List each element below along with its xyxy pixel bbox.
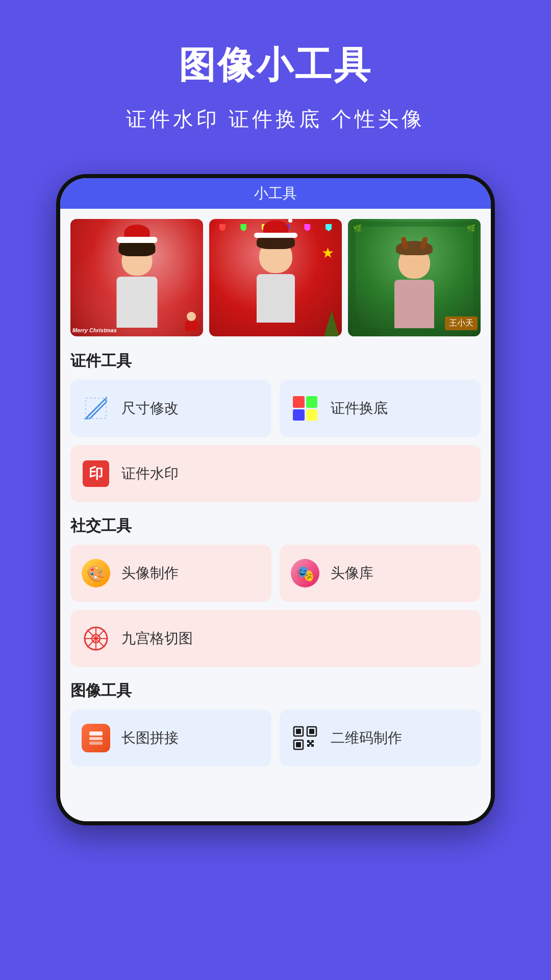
christmas-text-1: Merry Christmas bbox=[72, 327, 117, 333]
long-img-icon bbox=[81, 723, 111, 753]
image-tools-row-1: 长图拼接 bbox=[70, 709, 481, 767]
resize-label: 尺寸修改 bbox=[121, 399, 179, 418]
nine-grid-button[interactable]: 九宫格切图 bbox=[70, 610, 481, 667]
avatar-lib-label: 头像库 bbox=[331, 564, 373, 583]
holly-left: 🌿 bbox=[353, 224, 362, 232]
avatar-icon: 🎨 bbox=[81, 558, 111, 589]
svg-rect-14 bbox=[89, 742, 103, 745]
social-tools-row-1: 🎨 头像制作 🎭 头像库 bbox=[70, 545, 481, 602]
phone-screen: 小工具 bbox=[60, 178, 491, 821]
app-title: 图像小工具 bbox=[179, 41, 372, 90]
app-content: Merry Christmas bbox=[60, 209, 491, 821]
status-bar-title: 小工具 bbox=[254, 184, 297, 203]
header-area: 图像小工具 证件水印 证件换底 个性头像 bbox=[0, 0, 551, 154]
watermark-button[interactable]: 印 证件水印 bbox=[70, 445, 481, 502]
nine-grid-label: 九宫格切图 bbox=[121, 629, 193, 648]
watermark-label: 证件水印 bbox=[121, 464, 179, 483]
long-img-button[interactable]: 长图拼接 bbox=[70, 709, 271, 767]
image-tools-section: 图像工具 bbox=[70, 680, 481, 767]
qrcode-icon bbox=[290, 723, 320, 753]
avatar-lib-button[interactable]: 🎭 头像库 bbox=[280, 545, 481, 602]
svg-line-4 bbox=[98, 404, 100, 406]
star-decoration: ★ bbox=[321, 244, 334, 261]
app-subtitle: 证件水印 证件换底 个性头像 bbox=[126, 105, 425, 133]
long-img-label: 长图拼接 bbox=[121, 728, 179, 748]
svg-line-3 bbox=[95, 407, 97, 409]
svg-rect-25 bbox=[309, 742, 312, 745]
qrcode-label: 二维码制作 bbox=[331, 728, 402, 748]
certificate-tools-section: 证件工具 bbox=[70, 351, 481, 502]
social-tools-row-2: 九宫格切图 bbox=[70, 610, 481, 667]
certificate-tools-row-1: 尺寸修改 证 bbox=[70, 380, 481, 437]
camera-icon bbox=[81, 623, 111, 654]
svg-rect-13 bbox=[89, 737, 103, 740]
certificate-section-label: 证件工具 bbox=[70, 351, 481, 372]
certificate-tools-row-2: 印 证件水印 bbox=[70, 445, 481, 502]
social-section-label: 社交工具 bbox=[70, 516, 481, 536]
name-tag-3: 王小天 bbox=[445, 316, 478, 330]
svg-rect-12 bbox=[89, 731, 103, 736]
svg-line-1 bbox=[89, 413, 91, 415]
svg-rect-20 bbox=[296, 742, 301, 747]
svg-rect-16 bbox=[296, 729, 301, 734]
image-section-label: 图像工具 bbox=[70, 680, 481, 701]
color-grid-icon bbox=[290, 393, 320, 424]
ruler-icon bbox=[81, 393, 111, 424]
resize-button[interactable]: 尺寸修改 bbox=[70, 380, 271, 437]
stamp-icon: 印 bbox=[81, 458, 111, 489]
status-bar: 小工具 bbox=[60, 178, 491, 209]
bg-replace-button[interactable]: 证件换底 bbox=[280, 380, 481, 437]
holly-right: 🌿 bbox=[467, 224, 475, 232]
avatar-lib-icon: 🎭 bbox=[290, 558, 320, 589]
banner-row: Merry Christmas bbox=[70, 219, 481, 336]
svg-line-2 bbox=[92, 410, 94, 412]
bg-replace-label: 证件换底 bbox=[331, 399, 388, 418]
banner-card-2[interactable]: ★ bbox=[209, 219, 342, 336]
avatar-make-label: 头像制作 bbox=[121, 564, 179, 583]
qrcode-button[interactable]: 二维码制作 bbox=[280, 709, 481, 767]
banner-card-3[interactable]: 🌿 🌿 bbox=[348, 219, 481, 336]
phone-mockup: 小工具 bbox=[56, 174, 495, 825]
social-tools-section: 社交工具 🎨 头像制作 🎭 bbox=[70, 516, 481, 667]
avatar-make-button[interactable]: 🎨 头像制作 bbox=[70, 545, 271, 602]
svg-rect-18 bbox=[309, 729, 314, 734]
banner-card-1[interactable]: Merry Christmas bbox=[70, 219, 203, 336]
